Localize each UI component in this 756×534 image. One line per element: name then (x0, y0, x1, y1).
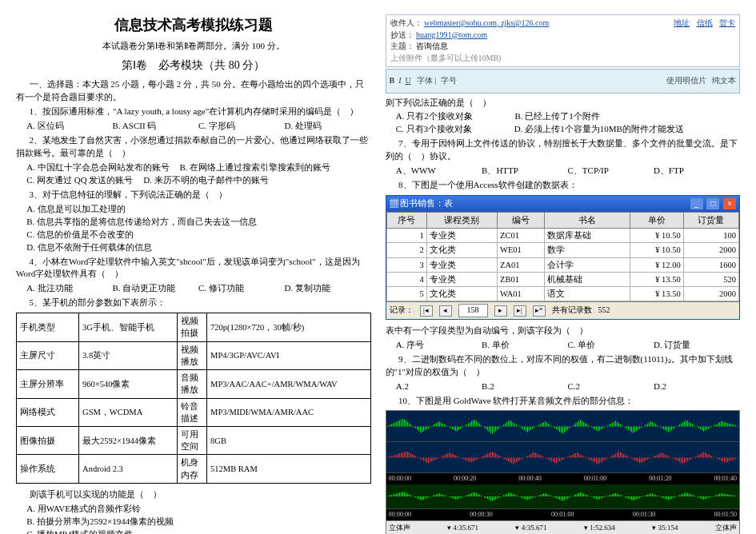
record-value[interactable]: 158 (458, 304, 488, 317)
q3-opt-d: D. 信息不依附于任何载体的信息 (26, 241, 370, 254)
nav-new-icon[interactable]: ▸* (533, 305, 546, 317)
email-attach-hint[interactable]: 上传附件（最多可以上传10MB) (390, 53, 736, 65)
q8-opt-a: A. 序号 (396, 339, 472, 352)
q3-opt-c: C. 信息的价值是不会改变的 (26, 229, 370, 241)
minimize-icon[interactable]: _ (690, 198, 703, 209)
access-window: ▦ 图书销售：表 _ □ × 序号 课程类别 编号 书名 单价 订货量 1专业类… (386, 195, 741, 320)
waveform-overview (386, 484, 740, 509)
toolbar-postcard[interactable]: 使用明信片 (666, 76, 706, 85)
email-to-label: 收件人： (390, 18, 422, 27)
q6-opt-b: B. 已经上传了1个附件 (514, 110, 599, 123)
q1-opt-c: C. 字形码 (198, 120, 274, 133)
waveform-channel-1 (386, 411, 740, 442)
q3-opt-b: B. 信息共享指的是将信息传递给对方，而自己失去这一信息 (26, 216, 370, 229)
window-title: 图书销售：表 (400, 198, 453, 208)
time-ruler-1: 00:00:0000:00:2000:00:4000:01:0000:01:20… (386, 473, 740, 484)
email-link-paper[interactable]: 信纸 (697, 18, 713, 27)
q2-opt-c: C. 网友通过 QQ 发送的账号 (26, 174, 133, 187)
toolbar-plaintext[interactable]: 纯文本 (712, 76, 736, 85)
table-row: 1专业类ZC01数据库基础¥ 10.50100 (386, 229, 739, 243)
q9-opt-c: C.2 (568, 381, 644, 393)
table-row: 图像拍摄最大2592×1944像素 可用空间8GB (17, 427, 371, 455)
q6-options: A. 只有2个接收对象 B. 已经上传了1个附件 C. 只有3个接收对象 D. … (386, 110, 741, 136)
subtitle: 本试题卷分第Ⅰ卷和第Ⅱ卷两部分。满分 100 分。 (16, 40, 371, 53)
q4-options: A. 批注功能 B. 自动更正功能 C. 修订功能 D. 复制功能 (16, 282, 371, 295)
email-format-toolbar: B I U 字体 | 字号 使用明信片 纯文本 (386, 69, 741, 94)
nav-prev-icon[interactable]: ◂ (439, 305, 452, 317)
q5-opt-a: A. 用WAVE格式的音频作彩铃 (26, 503, 370, 516)
q6-conclude: 则下列说法正确的是（ ） (386, 97, 741, 110)
toolbar-italic[interactable]: I (398, 76, 401, 85)
q2-options: A. 中国红十字会总会网站发布的账号 B. 在网络上通过搜索引擎搜索到的账号 C… (16, 161, 371, 187)
toolbar-underline[interactable]: U (406, 76, 411, 85)
table-row: 4专业类ZB01机械基础¥ 13.50520 (386, 272, 739, 286)
goldwave-statusbar-1: 立体声 ▾ 4:35.671 ▾ 4:35.671 ▾ 1:52.634 ▾ 3… (386, 520, 740, 534)
maximize-icon[interactable]: □ (706, 198, 719, 209)
question-4: 4、小林在Word字处理软件中输入英文"shcool"后，发现该单词变为"sch… (16, 256, 371, 281)
question-10: 10、下图是用 GoldWave 软件打开某音频文件后的部分信息： (386, 395, 741, 408)
q5-options: A. 用WAVE格式的音频作彩铃 B. 拍摄分辨率为2592×1944像素的视频… (16, 503, 371, 534)
q5-opt-c: C. 播放MP4格式的视频文件 (26, 528, 370, 534)
table-row: 操作系统Android 2.3 机身内存512MB RAM (17, 455, 371, 483)
time-ruler-2: 00:00:0000:00:3000:01:0000:01:3000:01:50 (386, 509, 740, 520)
question-2: 2、某地发生了自然灾害，小张想通过捐款奉献自己的一片爱心。他通过网络获取了一些捐… (16, 134, 371, 160)
q2-opt-d: D. 来历不明的电子邮件中的账号 (143, 174, 268, 187)
spec-table: 手机类型3G手机、智能手机 视频拍摄720p(1280×720，30帧/秒) 主… (16, 313, 371, 484)
q1-opt-b: B. ASCII 码 (113, 120, 189, 133)
question-9: 9、二进制数码在不同的数位上，对应不同的权值，有二进制数(11011)₂。其中加… (386, 353, 741, 379)
email-cc-label: 抄送： (390, 30, 414, 39)
q9-options: A.2 B.2 C.2 D.2 (386, 381, 741, 393)
question-7: 7、专用于因特网上文件传送的协议，特别擅长于大数据量、多个文件的批量交流。是下列… (386, 137, 741, 163)
email-link-address[interactable]: 地址 (674, 18, 690, 27)
q5-opt-b: B. 拍摄分辨率为2592×1944像素的视频 (26, 516, 370, 528)
q7-options: A、WWW B、HTTP C、TCP/IP D、FTP (386, 165, 741, 177)
toolbar-size[interactable]: 字号 (441, 76, 457, 85)
record-label: 记录： (390, 305, 414, 317)
email-link-card[interactable]: 贺卡 (719, 18, 735, 27)
table-row: 主屏尺寸3.8英寸 视频播放MP4/3GP/AVC/AVI (17, 341, 371, 369)
q3-options: A. 信息是可以加工处理的 B. 信息共享指的是将信息传递给对方，而自己失去这一… (16, 203, 371, 254)
question-5: 5、某手机的部分参数如下表所示： (16, 297, 371, 309)
toolbar-font[interactable]: 字体 (417, 76, 433, 85)
question-8: 8、下图是一个使用Access软件创建的数据表： (386, 179, 741, 192)
table-row: 2文化类WE01数学¥ 10.502000 (386, 243, 739, 257)
question-1: 1、按国际通用标准，"A lazy youth, a lousy age"在计算… (16, 106, 371, 118)
q8-conclude: 表中有一个字段类型为自动编号，则该字段为（ ） (386, 325, 741, 337)
nav-first-icon[interactable]: |◂ (420, 305, 433, 317)
table-header-row: 序号 课程类别 编号 书名 单价 订货量 (386, 213, 739, 229)
table-row: 5文化类WA01语文¥ 13.502000 (386, 287, 739, 301)
main-title: 信息技术高考模拟练习题 (16, 14, 371, 35)
q8-opt-b: B. 单价 (482, 339, 558, 352)
q6-opt-a: A. 只有2个接收对象 (396, 110, 473, 123)
q8-options: A. 序号 B. 单价 C. 单价 D. 订货量 (386, 339, 741, 352)
record-count-value: 552 (598, 305, 610, 317)
q4-opt-b: B. 自动更正功能 (113, 282, 189, 295)
nav-last-icon[interactable]: ▸| (514, 305, 526, 317)
q4-opt-d: D. 复制功能 (284, 282, 360, 295)
q8-opt-c: C. 单价 (568, 339, 644, 352)
record-count-label: 共有记录数 (552, 305, 592, 317)
question-header: 一、选择题：本大题 25 小题，每小题 2 分，共 50 分。在每小题给出的四个… (16, 78, 371, 104)
q9-opt-d: D.2 (654, 381, 730, 393)
nav-next-icon[interactable]: ▸ (494, 305, 507, 317)
email-subject-value[interactable]: 咨询信息 (416, 42, 448, 50)
access-statusbar: 记录： |◂ ◂ 158 ▸ ▸| ▸* 共有记录数 552 (386, 301, 740, 319)
close-icon[interactable]: × (723, 198, 736, 209)
waveform-channel-2 (386, 442, 740, 473)
q3-opt-a: A. 信息是可以加工处理的 (26, 203, 370, 216)
toolbar-bold[interactable]: B (390, 76, 395, 85)
q9-opt-a: A.2 (396, 381, 472, 393)
email-cc-value[interactable]: huang1991@tom.com (416, 30, 487, 39)
email-compose-panel: 收件人： webmaster@sohu.com, zjks@126.com 地址… (386, 14, 741, 67)
q2-opt-b: B. 在网络上通过搜索引擎搜索到的账号 (179, 161, 330, 174)
section-heading: 第Ⅰ卷 必考模块（共 80 分） (16, 58, 371, 74)
access-table: 序号 课程类别 编号 书名 单价 订货量 1专业类ZC01数据库基础¥ 10.5… (386, 212, 740, 301)
q7-opt-c: C、TCP/IP (568, 165, 644, 177)
email-to-value[interactable]: webmaster@sohu.com, zjks@126.com (424, 18, 549, 27)
q7-opt-a: A、WWW (396, 165, 472, 177)
q7-opt-b: B、HTTP (482, 165, 558, 177)
q9-opt-b: B.2 (482, 381, 558, 393)
q4-opt-c: C. 修订功能 (198, 282, 274, 295)
q6-opt-d: D. 必须上传1个容量为10MB的附件才能发送 (514, 123, 684, 136)
q8-opt-d: D. 订货量 (654, 339, 730, 352)
